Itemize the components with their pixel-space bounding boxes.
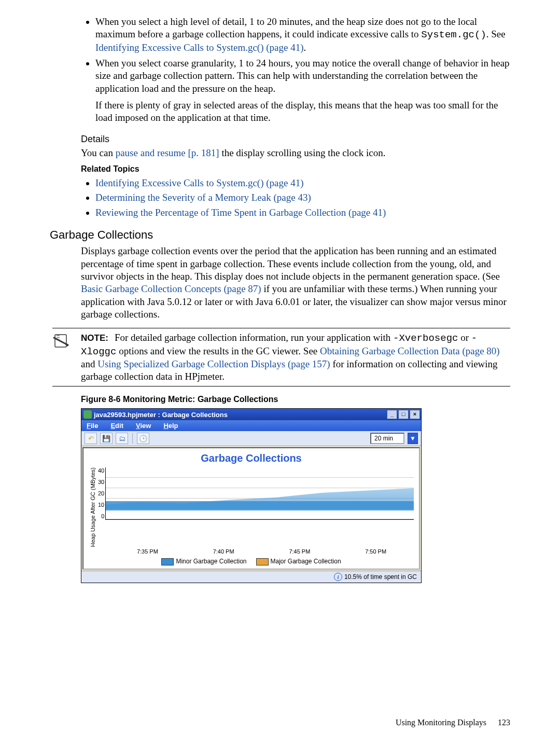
- gc-window: java29593.hpjmeter : Garbage Collections…: [81, 408, 422, 583]
- app-icon: [83, 410, 92, 419]
- titlebar[interactable]: java29593.hpjmeter : Garbage Collections…: [81, 409, 421, 420]
- save-icon[interactable]: 💾: [100, 433, 113, 444]
- page-root: When you select a high level of detail, …: [0, 0, 560, 743]
- intro-bullet-list: When you select a high level of detail, …: [81, 16, 510, 125]
- ytick-2: 20: [98, 490, 104, 496]
- legend-minor-label: Minor Garbage Collection: [176, 558, 246, 565]
- related-item-0: Identifying Excessive Calls to System.gc…: [95, 176, 510, 191]
- time-range-dropdown-icon[interactable]: ▼: [408, 433, 418, 444]
- note-icon: [52, 331, 73, 349]
- note-label: NOTE:: [81, 333, 115, 343]
- chart-title: Garbage Collections: [89, 452, 414, 464]
- figure-caption: Figure 8-6 Monitoring Metric: Garbage Co…: [81, 395, 510, 404]
- note-mid3: and: [81, 358, 97, 369]
- related-list: Identifying Excessive Calls to System.gc…: [81, 176, 510, 220]
- legend-major-label: Major Garbage Collection: [271, 558, 341, 565]
- plot-wrap: Heap Usage After GC (MBytes) 40 30 20 10…: [89, 467, 414, 547]
- ytick-3: 10: [98, 502, 104, 508]
- toolbar-separator: [132, 433, 133, 444]
- ytick-0: 40: [98, 467, 104, 474]
- ytick-4: 0: [98, 513, 104, 519]
- related-link-1[interactable]: Determining the Severity of a Memory Lea…: [95, 192, 311, 203]
- footer-page: 123: [488, 718, 510, 727]
- status-text: 10.5% of time spent in GC: [344, 573, 417, 581]
- section-pre: Displays garbage collection events over …: [81, 245, 500, 282]
- menu-view[interactable]: View: [136, 422, 151, 430]
- note-mid1: or: [458, 332, 471, 343]
- back-icon[interactable]: ↶: [85, 433, 97, 444]
- note-pre: For detailed garbage collection informat…: [115, 332, 393, 343]
- section-para: Displays garbage collection events over …: [81, 245, 510, 321]
- note-rule-bottom: [52, 386, 510, 386]
- y-axis-label: Heap Usage After GC (MBytes): [89, 467, 97, 547]
- clock-icon[interactable]: 🕒: [137, 433, 149, 444]
- xtick-1: 7:40 PM: [186, 548, 262, 555]
- b1-text-pre: When you select a high level of detail, …: [95, 16, 477, 39]
- legend-minor-swatch: [161, 558, 174, 565]
- chart-panel: Garbage Collections Heap Usage After GC …: [82, 447, 420, 569]
- details-pre: You can: [81, 147, 116, 158]
- note-code1: -Xverbosegc: [393, 333, 458, 344]
- main-content: When you select a high level of detail, …: [81, 16, 510, 583]
- details-para: You can pause and resume [p. 181] the di…: [81, 147, 510, 159]
- details-link[interactable]: pause and resume [p. 181]: [116, 147, 219, 158]
- legend-major: Major Garbage Collection: [256, 558, 341, 565]
- page-footer: Using Monitoring Displays 123: [50, 718, 510, 727]
- related-link-0[interactable]: Identifying Excessive Calls to System.gc…: [95, 177, 304, 188]
- ytick-1: 30: [98, 479, 104, 485]
- note-link2[interactable]: Using Specialized Garbage Collection Dis…: [97, 358, 330, 369]
- y-ticks: 40 30 20 10 0: [97, 467, 105, 519]
- details-heading: Details: [81, 134, 510, 145]
- legend-minor: Minor Garbage Collection: [161, 558, 246, 565]
- time-range-select[interactable]: 20 min: [370, 433, 404, 444]
- xtick-2: 7:45 PM: [262, 548, 338, 555]
- intro-bullet-1: When you select a high level of detail, …: [95, 16, 510, 54]
- note-link1[interactable]: Obtaining Garbage Collection Data (page …: [320, 346, 500, 356]
- legend-major-swatch: [256, 558, 269, 565]
- footer-section: Using Monitoring Displays: [396, 718, 486, 727]
- b1-code: System.gc(): [421, 29, 486, 40]
- close-button[interactable]: ×: [410, 410, 420, 419]
- xtick-3: 7:50 PM: [338, 548, 414, 555]
- related-heading: Related Topics: [81, 164, 510, 174]
- minor-gc-band: [106, 501, 414, 510]
- save-all-icon[interactable]: 🗂: [116, 433, 128, 444]
- titlebar-buttons: _ □ ×: [387, 410, 420, 419]
- info-icon: i: [334, 573, 342, 581]
- b1-link[interactable]: Identifying Excessive Calls to System.gc…: [95, 42, 304, 53]
- note-rule-top: [52, 328, 510, 328]
- note-row: NOTE:For detailed garbage collection inf…: [52, 331, 510, 383]
- menu-file[interactable]: File: [87, 422, 98, 430]
- note-mid2: options and view the results in the GC v…: [116, 346, 320, 356]
- xtick-0: 7:35 PM: [109, 548, 186, 555]
- b1-see: . See: [486, 29, 506, 39]
- plot-area[interactable]: [105, 467, 414, 520]
- related-link-2[interactable]: Reviewing the Percentage of Time Spent i…: [95, 207, 386, 218]
- menubar: File Edit View Help: [81, 420, 421, 431]
- maximize-button[interactable]: □: [398, 410, 409, 419]
- note-text: NOTE:For detailed garbage collection inf…: [73, 331, 510, 383]
- statusbar: i 10.5% of time spent in GC: [81, 571, 421, 583]
- window-title: java29593.hpjmeter : Garbage Collections: [94, 411, 387, 419]
- legend: Minor Garbage Collection Major Garbage C…: [89, 555, 414, 567]
- related-item-1: Determining the Severity of a Memory Lea…: [95, 190, 510, 205]
- x-ticks: 7:35 PM 7:40 PM 7:45 PM 7:50 PM: [109, 547, 414, 555]
- b2-text: When you select coarse granularity, 1 to…: [95, 58, 510, 94]
- b1-end: .: [304, 42, 306, 53]
- menu-edit[interactable]: Edit: [110, 422, 123, 430]
- minimize-button[interactable]: _: [387, 410, 397, 419]
- intro-bullet-2: When you select coarse granularity, 1 to…: [95, 57, 510, 125]
- related-item-2: Reviewing the Percentage of Time Spent i…: [95, 205, 510, 220]
- section-heading: Garbage Collections: [50, 228, 510, 242]
- note-block: NOTE:For detailed garbage collection inf…: [52, 328, 510, 386]
- details-post: the display scrolling using the clock ic…: [219, 147, 386, 158]
- menu-help[interactable]: Help: [163, 422, 178, 430]
- toolbar: ↶ 💾 🗂 🕒 20 min ▼: [81, 431, 421, 446]
- b2-sub: If there is plenty of gray in selected a…: [95, 99, 510, 125]
- section-link[interactable]: Basic Garbage Collection Concepts (page …: [81, 283, 261, 294]
